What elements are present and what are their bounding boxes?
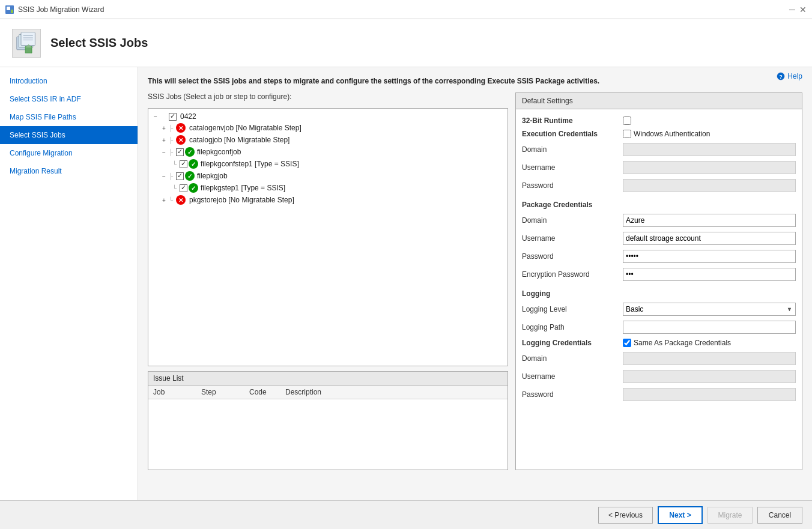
input-encryption-password[interactable] [623,268,796,281]
app-icon [5,5,14,14]
row-encryption-password: Encryption Password [522,265,796,283]
tree-node-filepkgconfstep1[interactable]: └ ✓ filepkgconfstep1 [Type = SSIS] [151,158,505,170]
row-32bit-runtime: 32-Bit Runtime [522,114,796,127]
tree-node-catalogjob[interactable]: + ├ ✕ catalogjob [No Migratable Step] [151,134,505,146]
status-icon-filepkgstep1: ✓ [189,183,198,193]
help-link[interactable]: ? Help [777,72,802,80]
input-exec-domain[interactable] [623,143,796,156]
footer: < Previous Next > Migrate Cancel [0,500,812,529]
tree-label-catalogjob: catalogjob [No Migratable Step] [189,136,289,144]
input-pkg-password[interactable] [623,250,796,263]
label-exec-username: Username [522,163,618,172]
checkbox-filepkgconfstep1[interactable] [180,160,187,168]
next-button[interactable]: Next > [658,506,703,524]
tree-node-pkgstorejob[interactable]: + └ ✕ pkgstorejob [No Migratable Step] [151,194,505,206]
description-text: This will select the SSIS jobs and steps… [148,77,802,85]
label-exec-domain: Domain [522,145,618,154]
input-log-username[interactable] [623,370,796,383]
row-logging-level: Logging Level Basic None Minimal Perform… [522,300,796,318]
status-icon-filepkgconfjob: ✓ [185,147,195,157]
cancel-button[interactable]: Cancel [757,507,802,524]
status-icon-pkgstorejob: ✕ [176,195,186,205]
row-pkg-password: Password [522,247,796,265]
tree-label-filepkgconfjob: filepkgconfjob [197,148,241,156]
status-icon-catalogenvjob: ✕ [176,123,186,133]
sidebar-item-select-ssis-jobs[interactable]: Select SSIS Jobs [0,126,138,144]
svg-rect-1 [7,7,10,10]
checkbox-windows-auth[interactable] [623,130,631,138]
tree-node-filepkgstep1[interactable]: └ ✓ filepkgstep1 [Type = SSIS] [151,182,505,194]
tree-node-catalogenvjob[interactable]: + ├ ✕ catalogenvjob [No Migratable Step] [151,122,505,134]
previous-button[interactable]: < Previous [598,507,653,524]
label-package-credentials: Package Credentials [522,201,618,209]
tree-container[interactable]: − 0422 + ├ ✕ catalogenvjob [No Migratabl… [148,108,508,366]
checkbox-32bit-runtime[interactable] [623,116,631,125]
issue-table: Job Step Code Description [148,385,507,399]
label-exec-password: Password [522,181,618,190]
svg-text:?: ? [780,74,783,80]
status-icon-filepkgconfstep1: ✓ [189,159,198,169]
col-step: Step [196,385,244,399]
select-logging-level[interactable]: Basic None Minimal Performance Verbose [623,303,796,316]
tree-node-filepkgconfjob[interactable]: − ├ ✓ filepkgconfjob [151,146,505,158]
label-log-domain: Domain [522,354,618,363]
checkbox-filepkgstep1[interactable] [180,184,187,192]
expand-icon-root[interactable]: − [152,113,159,120]
row-log-domain: Domain [522,349,796,367]
input-log-domain[interactable] [623,352,796,365]
checkbox-filepkgjob[interactable] [176,172,184,180]
label-pkg-password: Password [522,252,618,261]
checkbox-same-as-pkg[interactable] [623,339,631,347]
row-exec-domain: Domain [522,141,796,159]
col-job: Job [148,385,196,399]
input-pkg-domain[interactable] [623,214,796,227]
col-description: Description [280,385,507,399]
windows-auth-container: Windows Authentication [623,130,710,138]
header-icon [12,29,41,58]
checkbox-root[interactable] [169,113,177,121]
label-encryption-password: Encryption Password [522,270,618,279]
minimize-icon[interactable]: ─ [788,5,796,14]
label-windows-auth: Windows Authentication [634,130,710,138]
tree-label-root: 0422 [180,112,196,121]
svg-rect-5 [21,32,35,46]
expand-icon-pkgstorejob[interactable]: + [160,196,168,204]
input-exec-username[interactable] [623,161,796,174]
label-log-username: Username [522,372,618,381]
expand-icon-filepkgconfjob[interactable]: − [160,148,168,156]
label-pkg-domain: Domain [522,216,618,225]
tree-node-root[interactable]: − 0422 [151,111,505,122]
settings-header: Default Settings [515,92,802,109]
sidebar-item-introduction[interactable]: Introduction [0,72,138,90]
row-exec-username: Username [522,159,796,177]
input-pkg-username[interactable] [623,232,796,245]
issue-panel: Issue List Job Step Code Description [148,371,508,470]
content-area: ? Help This will select the SSIS jobs an… [138,67,812,500]
expand-icon-catalogjob[interactable]: + [160,136,168,144]
page-header: Select SSIS Jobs [0,19,812,67]
tree-node-filepkgjob[interactable]: − ├ ✓ filepkgjob [151,170,505,182]
sidebar-item-select-ssis-ir[interactable]: Select SSIS IR in ADF [0,90,138,108]
status-icon-catalogjob: ✕ [176,135,186,145]
expand-icon-filepkgjob[interactable]: − [160,172,168,180]
close-icon[interactable]: ✕ [799,5,807,14]
sidebar-item-map-ssis-file-paths[interactable]: Map SSIS File Paths [0,108,138,126]
checkbox-filepkgconfjob[interactable] [176,148,184,156]
titlebar: SSIS Job Migration Wizard ─ ✕ [0,0,812,19]
sidebar-item-migration-result[interactable]: Migration Result [0,162,138,180]
sidebar-item-configure-migration[interactable]: Configure Migration [0,144,138,162]
input-log-password[interactable] [623,388,796,401]
row-package-credentials-header: Package Credentials [522,198,796,211]
expand-icon-catalogenvjob[interactable]: + [160,124,168,131]
input-logging-path[interactable] [623,321,796,334]
input-exec-password[interactable] [623,179,796,192]
row-logging-header: Logging [522,287,796,300]
tree-label-pkgstorejob: pkgstorejob [No Migratable Step] [189,196,294,204]
row-logging-path: Logging Path [522,318,796,336]
label-log-password: Password [522,390,618,399]
row-exec-password: Password [522,177,796,195]
migrate-button[interactable]: Migrate [707,507,753,524]
page-title: Select SSIS Jobs [50,36,148,50]
tree-label-filepkgconfstep1: filepkgconfstep1 [Type = SSIS] [201,160,299,168]
col-code: Code [244,385,280,399]
